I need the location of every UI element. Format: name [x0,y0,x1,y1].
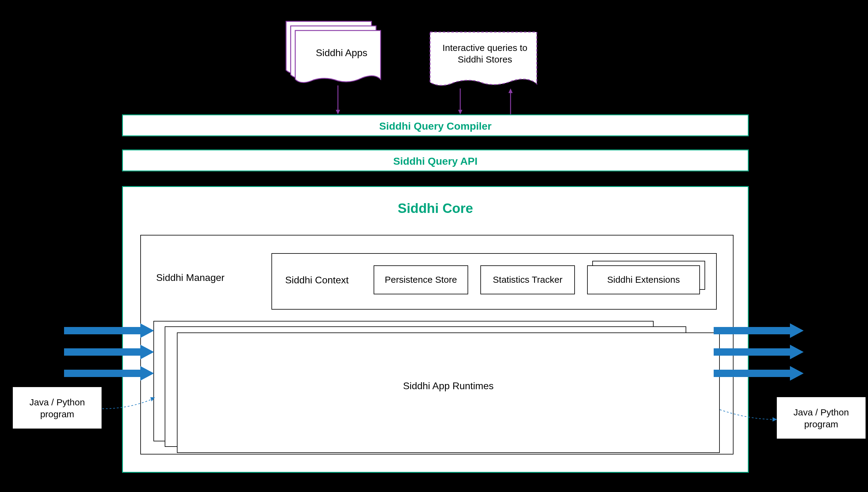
svg-rect-12 [714,327,790,334]
java-python-right-box: Java / Python program [776,396,866,439]
svg-marker-15 [790,345,804,359]
svg-marker-7 [140,323,154,338]
siddhi-app-runtimes-box: Siddhi App Runtimes [177,333,720,453]
dashed-arrow-right [720,407,778,422]
arrow-queries-to-compiler-down [457,89,464,116]
java-python-left-label-1: Java / Python [13,397,102,408]
java-python-left-box: Java / Python program [12,387,102,429]
svg-marker-1 [336,110,340,114]
persistence-store-box: Persistence Store [374,265,468,294]
svg-marker-11 [140,366,154,381]
java-python-left-label-2: program [13,409,102,419]
interactive-queries-label-line2: Siddhi Stores [436,54,534,65]
blue-arrow-output-1 [714,323,805,338]
svg-rect-6 [64,327,140,334]
persistence-store-label: Persistence Store [374,274,468,285]
svg-rect-8 [64,348,140,356]
blue-arrow-input-1 [64,323,155,338]
siddhi-extensions-box: Siddhi Extensions [587,265,700,294]
svg-marker-19 [772,417,777,421]
siddhi-apps-label: Siddhi Apps [305,47,378,58]
siddhi-manager-label: Siddhi Manager [156,272,254,284]
statistics-tracker-label: Statistics Tracker [481,274,574,285]
svg-rect-14 [714,348,790,356]
siddhi-query-compiler-label: Siddhi Query Compiler [123,120,748,132]
svg-marker-3 [458,110,462,114]
svg-rect-10 [64,370,140,377]
arrow-apps-to-compiler [334,85,341,116]
blue-arrow-input-2 [64,345,155,359]
statistics-tracker-box: Statistics Tracker [480,265,575,294]
interactive-queries-label-line1: Interactive queries to [436,43,534,53]
svg-marker-18 [150,397,155,401]
siddhi-query-api-label: Siddhi Query API [123,155,748,167]
siddhi-app-runtimes-label: Siddhi App Runtimes [177,380,719,392]
java-python-right-label-2: program [777,419,866,429]
siddhi-core-title: Siddhi Core [123,201,748,216]
dashed-arrow-left [102,396,157,412]
arrow-queries-to-compiler-up [507,89,514,116]
siddhi-context-label: Siddhi Context [285,274,365,286]
svg-marker-9 [140,345,154,359]
svg-marker-5 [509,89,513,93]
siddhi-extensions-label: Siddhi Extensions [588,274,699,285]
siddhi-query-compiler-box: Siddhi Query Compiler [122,114,749,136]
blue-arrow-input-3 [64,366,155,381]
java-python-right-label-1: Java / Python [777,407,866,418]
blue-arrow-output-2 [714,345,805,359]
blue-arrow-output-3 [714,366,805,381]
svg-marker-17 [790,366,804,381]
svg-marker-13 [790,323,804,338]
siddhi-query-api-box: Siddhi Query API [122,149,749,171]
architecture-diagram: Siddhi Apps Interactive queries to Siddh… [0,0,868,492]
svg-rect-16 [714,370,790,377]
